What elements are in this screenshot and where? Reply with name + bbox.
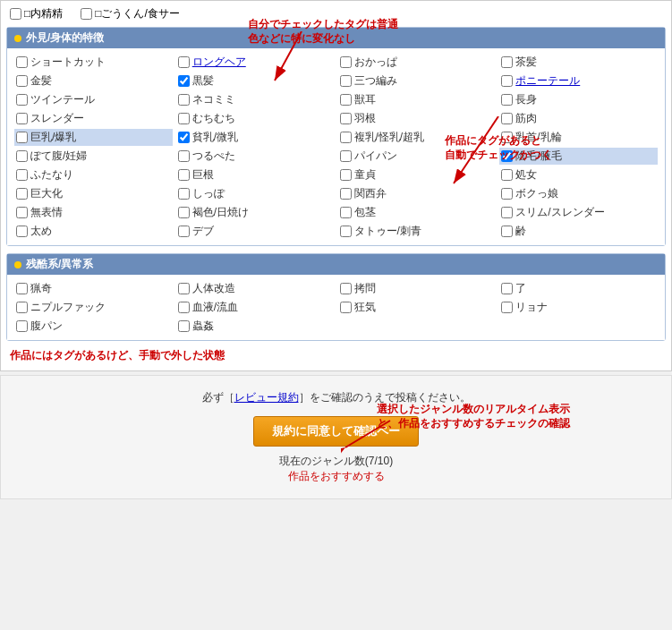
tag-goumon: 拷問 — [338, 280, 497, 297]
tag-kinpatu: 金髪 — [14, 72, 173, 89]
section-appearance: 外見/身体的特徴 ショートカット ロングヘア — [6, 27, 666, 246]
label-fukunyuu: 複乳/怪乳/超乳 — [354, 130, 425, 145]
tag-kyouki: 狂気 — [338, 299, 497, 316]
tag-paipan: パイパン — [338, 148, 497, 165]
cb-kyonyuu[interactable] — [16, 132, 28, 143]
section-grotesque-body: 猟奇 人体改造 拷問 了 — [7, 275, 665, 340]
cb-paipan[interactable] — [340, 150, 352, 162]
cb-blood[interactable] — [178, 302, 190, 313]
cb-tattoo[interactable] — [340, 226, 352, 237]
tag-ryona: リョナ — [499, 299, 658, 316]
checkbox-goukun[interactable] — [81, 8, 92, 20]
label-potehara: ぽて腹/妊婦 — [30, 149, 87, 164]
tag-nekomimi: ネコミミ — [176, 91, 335, 108]
label-tattoo: タトゥー/刺青 — [354, 224, 421, 239]
cb-chikubi[interactable] — [501, 132, 513, 143]
cb-kinpatu[interactable] — [16, 75, 28, 87]
cb-mushikan[interactable] — [178, 320, 190, 332]
tag-bokukko: ボクっ娘 — [499, 185, 658, 202]
cb-kyouki[interactable] — [340, 302, 352, 313]
tag-muhyojo: 無表情 — [14, 204, 173, 221]
label-hokei: 包茎 — [354, 205, 376, 220]
cb-shippo[interactable] — [178, 188, 190, 200]
cb-kasshoku[interactable] — [178, 207, 190, 218]
cb-harapan[interactable] — [16, 320, 28, 332]
label-shojo: 処女 — [515, 167, 537, 183]
cb-fukunyuu[interactable] — [340, 132, 352, 143]
cb-doutei[interactable] — [340, 169, 352, 181]
label-ryouki: 猟奇 — [30, 281, 52, 296]
label-longhair: ロングヘア — [192, 55, 246, 70]
cb-twintail[interactable] — [16, 94, 28, 106]
cb-choshin[interactable] — [501, 94, 513, 106]
tag-yowai: 齢 — [499, 223, 658, 240]
cb-longhair[interactable] — [178, 56, 190, 68]
cb-chagami[interactable] — [501, 56, 513, 68]
checkbox-naiseisei[interactable] — [10, 8, 21, 20]
cb-potehara[interactable] — [16, 150, 28, 162]
label-kyouki: 狂気 — [354, 300, 376, 315]
cb-slim[interactable] — [501, 207, 513, 218]
cb-futome[interactable] — [16, 226, 28, 237]
cb-shortcut[interactable] — [16, 56, 28, 68]
cb-ponytail[interactable] — [501, 75, 513, 87]
section-appearance-body: ショートカット ロングヘア おかっぱ 茶髪 — [7, 48, 665, 245]
section-appearance-header: 外見/身体的特徴 — [7, 28, 665, 48]
cb-kurokami[interactable] — [178, 75, 190, 87]
label-bokukko: ボクっ娘 — [515, 186, 558, 201]
label-goukun: □ごうくん/食サー — [95, 6, 180, 21]
label-hinnyuu: 貧乳/微乳 — [192, 130, 238, 145]
tag-longhair: ロングヘア — [176, 54, 335, 71]
tag-futome: 太め — [14, 223, 173, 240]
cb-ryo[interactable] — [501, 283, 513, 294]
cb-muhyojo[interactable] — [16, 207, 28, 218]
cb-kansaiben[interactable] — [340, 188, 352, 200]
label-shippo: しっぽ — [192, 186, 225, 201]
cb-mitsuami[interactable] — [340, 75, 352, 87]
cb-muchimuchi[interactable] — [178, 113, 190, 124]
cb-okappa[interactable] — [340, 56, 352, 68]
cb-nipple-fuck[interactable] — [16, 302, 28, 313]
cb-kyokon[interactable] — [178, 169, 190, 181]
cb-hane[interactable] — [340, 113, 352, 124]
cb-bokukko[interactable] — [501, 188, 513, 200]
cb-yowai[interactable] — [501, 226, 513, 237]
label-kinniku: 筋肉 — [515, 111, 537, 126]
label-mushikan: 蟲姦 — [192, 319, 214, 334]
label-kyokon: 巨根 — [192, 167, 214, 183]
tag-jintataikaizo: 人体改造 — [176, 280, 335, 297]
cb-slender[interactable] — [16, 113, 28, 124]
tag-kansaiben: 関西弁 — [338, 185, 497, 202]
label-kurokami: 黒髪 — [192, 73, 214, 89]
tag-hane: 羽根 — [338, 110, 497, 127]
cb-kyodaika[interactable] — [16, 188, 28, 200]
label-twintail: ツインテール — [30, 92, 95, 107]
cb-ryona[interactable] — [501, 302, 513, 313]
cb-nekomimi[interactable] — [178, 94, 190, 106]
cb-ryouki[interactable] — [16, 283, 28, 294]
tag-inkemo: 陰毛/腋毛 — [499, 148, 658, 165]
cb-kinniku[interactable] — [501, 113, 513, 124]
label-inkemo: 陰毛/腋毛 — [515, 149, 561, 164]
review-terms-link[interactable]: レビュー規約 — [234, 391, 299, 404]
cb-kemonomimi[interactable] — [340, 94, 352, 106]
cb-inkemo[interactable] — [501, 150, 513, 162]
tag-ponytail: ポニーテール — [499, 72, 658, 89]
label-paipan: パイパン — [354, 149, 397, 164]
cb-hokei[interactable] — [340, 207, 352, 218]
tag-slim: スリム/スレンダー — [499, 204, 658, 221]
tag-kinniku: 筋肉 — [499, 110, 658, 127]
tag-doutei: 童貞 — [338, 166, 497, 183]
cb-shojo[interactable] — [501, 169, 513, 181]
tag-tattoo: タトゥー/刺青 — [338, 223, 497, 240]
tag-ryo: 了 — [499, 280, 658, 297]
cb-futanari[interactable] — [16, 169, 28, 181]
cb-jintataikaizo[interactable] — [178, 283, 190, 294]
cb-debu[interactable] — [178, 226, 190, 237]
cb-goumon[interactable] — [340, 283, 352, 294]
genre-count-area: 現在のジャンル数(7/10) 作品をおすすめする — [15, 454, 657, 484]
cb-tsuruppeta[interactable] — [178, 150, 190, 162]
tag-kyodaika: 巨大化 — [14, 185, 173, 202]
label-jintataikaizo: 人体改造 — [192, 281, 235, 296]
cb-hinnyuu[interactable] — [178, 132, 190, 143]
